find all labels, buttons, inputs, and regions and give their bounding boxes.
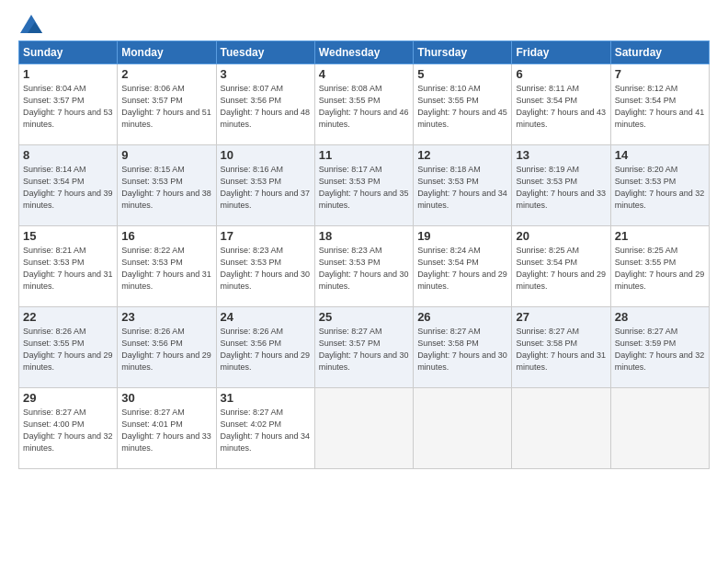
calendar-cell: 30Sunrise: 8:27 AMSunset: 4:01 PMDayligh… [118, 388, 216, 469]
calendar-table: SundayMondayTuesdayWednesdayThursdayFrid… [18, 40, 710, 469]
day-number: 11 [319, 148, 409, 162]
week-row-2: 8Sunrise: 8:14 AMSunset: 3:54 PMDaylight… [19, 145, 710, 226]
day-number: 20 [516, 229, 606, 243]
day-info: Sunrise: 8:10 AMSunset: 3:55 PMDaylight:… [417, 83, 507, 131]
col-header-tuesday: Tuesday [216, 41, 314, 64]
col-header-saturday: Saturday [610, 41, 709, 64]
day-info: Sunrise: 8:26 AMSunset: 3:56 PMDaylight:… [121, 326, 211, 373]
day-number: 30 [121, 391, 211, 405]
day-info: Sunrise: 8:15 AMSunset: 3:53 PMDaylight:… [121, 164, 211, 212]
logo-icon [20, 15, 42, 33]
day-info: Sunrise: 8:17 AMSunset: 3:53 PMDaylight:… [319, 164, 409, 212]
day-info: Sunrise: 8:08 AMSunset: 3:55 PMDaylight:… [319, 83, 409, 131]
day-number: 14 [615, 148, 705, 162]
day-number: 17 [221, 229, 311, 243]
calendar-cell: 13Sunrise: 8:19 AMSunset: 3:53 PMDayligh… [512, 145, 610, 226]
day-number: 15 [23, 229, 113, 243]
header-row: SundayMondayTuesdayWednesdayThursdayFrid… [19, 41, 710, 64]
day-info: Sunrise: 8:27 AMSunset: 3:57 PMDaylight:… [319, 326, 409, 373]
day-info: Sunrise: 8:14 AMSunset: 3:54 PMDaylight:… [23, 164, 113, 212]
calendar-cell: 23Sunrise: 8:26 AMSunset: 3:56 PMDayligh… [118, 307, 216, 388]
col-header-monday: Monday [118, 41, 216, 64]
day-number: 16 [121, 229, 211, 243]
calendar-cell: 28Sunrise: 8:27 AMSunset: 3:59 PMDayligh… [610, 307, 709, 388]
page: SundayMondayTuesdayWednesdayThursdayFrid… [0, 0, 728, 563]
day-info: Sunrise: 8:21 AMSunset: 3:53 PMDaylight:… [23, 245, 113, 293]
calendar-cell [314, 388, 413, 469]
calendar-cell: 4Sunrise: 8:08 AMSunset: 3:55 PMDaylight… [314, 64, 413, 145]
day-info: Sunrise: 8:07 AMSunset: 3:56 PMDaylight:… [221, 83, 311, 131]
calendar-cell: 21Sunrise: 8:25 AMSunset: 3:55 PMDayligh… [610, 226, 709, 307]
day-number: 2 [121, 67, 211, 81]
day-info: Sunrise: 8:22 AMSunset: 3:53 PMDaylight:… [121, 245, 211, 293]
calendar-cell: 16Sunrise: 8:22 AMSunset: 3:53 PMDayligh… [118, 226, 216, 307]
day-info: Sunrise: 8:24 AMSunset: 3:54 PMDaylight:… [417, 245, 507, 293]
day-number: 24 [221, 310, 311, 324]
week-row-1: 1Sunrise: 8:04 AMSunset: 3:57 PMDaylight… [19, 64, 710, 145]
day-info: Sunrise: 8:25 AMSunset: 3:54 PMDaylight:… [516, 245, 606, 293]
calendar-cell: 18Sunrise: 8:23 AMSunset: 3:53 PMDayligh… [314, 226, 413, 307]
day-number: 6 [516, 67, 606, 81]
calendar-cell: 17Sunrise: 8:23 AMSunset: 3:53 PMDayligh… [216, 226, 314, 307]
calendar-cell: 14Sunrise: 8:20 AMSunset: 3:53 PMDayligh… [610, 145, 709, 226]
calendar-cell: 6Sunrise: 8:11 AMSunset: 3:54 PMDaylight… [512, 64, 610, 145]
week-row-5: 29Sunrise: 8:27 AMSunset: 4:00 PMDayligh… [19, 388, 710, 469]
day-number: 27 [516, 310, 606, 324]
day-number: 29 [23, 391, 113, 405]
calendar-cell: 15Sunrise: 8:21 AMSunset: 3:53 PMDayligh… [19, 226, 118, 307]
day-info: Sunrise: 8:20 AMSunset: 3:53 PMDaylight:… [615, 164, 705, 212]
header [18, 15, 710, 33]
calendar-cell: 2Sunrise: 8:06 AMSunset: 3:57 PMDaylight… [118, 64, 216, 145]
day-info: Sunrise: 8:18 AMSunset: 3:53 PMDaylight:… [417, 164, 507, 212]
day-number: 10 [221, 148, 311, 162]
calendar-cell [610, 388, 709, 469]
day-number: 26 [417, 310, 507, 324]
calendar-cell: 31Sunrise: 8:27 AMSunset: 4:02 PMDayligh… [216, 388, 314, 469]
col-header-thursday: Thursday [414, 41, 512, 64]
day-number: 13 [516, 148, 606, 162]
day-number: 1 [23, 67, 113, 81]
calendar-cell: 8Sunrise: 8:14 AMSunset: 3:54 PMDaylight… [19, 145, 118, 226]
calendar-cell: 24Sunrise: 8:26 AMSunset: 3:56 PMDayligh… [216, 307, 314, 388]
calendar-cell: 5Sunrise: 8:10 AMSunset: 3:55 PMDaylight… [414, 64, 512, 145]
calendar-cell: 3Sunrise: 8:07 AMSunset: 3:56 PMDaylight… [216, 64, 314, 145]
calendar-cell: 7Sunrise: 8:12 AMSunset: 3:54 PMDaylight… [610, 64, 709, 145]
day-info: Sunrise: 8:12 AMSunset: 3:54 PMDaylight:… [615, 83, 705, 131]
week-row-3: 15Sunrise: 8:21 AMSunset: 3:53 PMDayligh… [19, 226, 710, 307]
calendar-cell: 25Sunrise: 8:27 AMSunset: 3:57 PMDayligh… [314, 307, 413, 388]
day-info: Sunrise: 8:11 AMSunset: 3:54 PMDaylight:… [516, 83, 606, 131]
day-info: Sunrise: 8:16 AMSunset: 3:53 PMDaylight:… [221, 164, 311, 212]
day-number: 3 [221, 67, 311, 81]
day-number: 4 [319, 67, 409, 81]
day-number: 18 [319, 229, 409, 243]
calendar-cell: 29Sunrise: 8:27 AMSunset: 4:00 PMDayligh… [19, 388, 118, 469]
day-info: Sunrise: 8:19 AMSunset: 3:53 PMDaylight:… [516, 164, 606, 212]
day-number: 7 [615, 67, 705, 81]
day-number: 31 [221, 391, 311, 405]
col-header-friday: Friday [512, 41, 610, 64]
logo [18, 15, 42, 33]
day-info: Sunrise: 8:27 AMSunset: 3:58 PMDaylight:… [516, 326, 606, 373]
calendar-cell: 27Sunrise: 8:27 AMSunset: 3:58 PMDayligh… [512, 307, 610, 388]
calendar-cell: 11Sunrise: 8:17 AMSunset: 3:53 PMDayligh… [314, 145, 413, 226]
calendar-cell: 22Sunrise: 8:26 AMSunset: 3:55 PMDayligh… [19, 307, 118, 388]
calendar-cell: 1Sunrise: 8:04 AMSunset: 3:57 PMDaylight… [19, 64, 118, 145]
day-number: 28 [615, 310, 705, 324]
calendar-cell [512, 388, 610, 469]
col-header-wednesday: Wednesday [314, 41, 413, 64]
calendar-cell [414, 388, 512, 469]
day-info: Sunrise: 8:26 AMSunset: 3:55 PMDaylight:… [23, 326, 113, 373]
day-info: Sunrise: 8:27 AMSunset: 4:00 PMDaylight:… [23, 407, 113, 454]
day-info: Sunrise: 8:06 AMSunset: 3:57 PMDaylight:… [121, 83, 211, 131]
calendar-cell: 20Sunrise: 8:25 AMSunset: 3:54 PMDayligh… [512, 226, 610, 307]
day-info: Sunrise: 8:27 AMSunset: 4:01 PMDaylight:… [121, 407, 211, 454]
day-info: Sunrise: 8:27 AMSunset: 4:02 PMDaylight:… [221, 407, 311, 454]
day-info: Sunrise: 8:27 AMSunset: 3:58 PMDaylight:… [417, 326, 507, 373]
day-number: 5 [417, 67, 507, 81]
week-row-4: 22Sunrise: 8:26 AMSunset: 3:55 PMDayligh… [19, 307, 710, 388]
calendar-cell: 26Sunrise: 8:27 AMSunset: 3:58 PMDayligh… [414, 307, 512, 388]
day-info: Sunrise: 8:23 AMSunset: 3:53 PMDaylight:… [319, 245, 409, 293]
calendar-cell: 9Sunrise: 8:15 AMSunset: 3:53 PMDaylight… [118, 145, 216, 226]
calendar-cell: 10Sunrise: 8:16 AMSunset: 3:53 PMDayligh… [216, 145, 314, 226]
day-info: Sunrise: 8:04 AMSunset: 3:57 PMDaylight:… [23, 83, 113, 131]
